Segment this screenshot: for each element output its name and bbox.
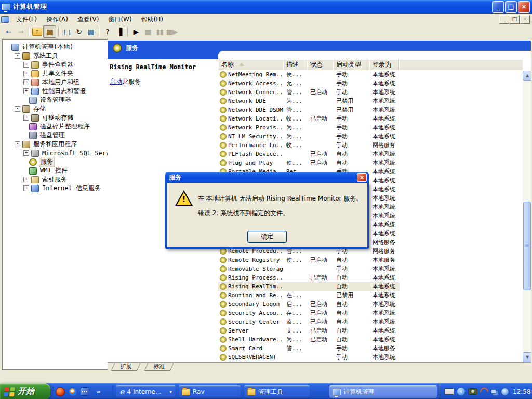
taskband-handle[interactable]	[112, 386, 115, 397]
column-header-0[interactable]: 名称	[218, 59, 283, 70]
menu-item-4[interactable]: 帮助(H)	[137, 14, 168, 25]
tree-item[interactable]: + Internet 信息服务	[3, 184, 108, 193]
taskbar-button[interactable]: e4 Interne...▾	[116, 385, 175, 398]
service-row[interactable]: PLFlash Device... 已启动 自动 本地系统	[218, 150, 523, 158]
group-dropdown-icon[interactable]: ▾	[169, 389, 172, 394]
menu-item-0[interactable]: 文件(F)	[11, 14, 42, 25]
service-row[interactable]: Remote Registry 使... 已启动 自动 本地服务	[218, 256, 523, 264]
start-service-link[interactable]: 启动	[110, 78, 122, 85]
column-header-4[interactable]: 登录为	[369, 59, 399, 70]
dialog-close-button[interactable]: ×	[357, 173, 367, 182]
dialog-title-bar[interactable]: 服务 ×	[165, 172, 369, 183]
taskbar-button[interactable]: 计算机管理	[329, 385, 437, 398]
refresh-icon[interactable]: ↻	[73, 26, 85, 37]
back-icon[interactable]: ←	[3, 26, 15, 37]
service-row[interactable]: Secondary Logon 启... 已启动 自动 本地系统	[218, 300, 523, 309]
vertical-scrollbar[interactable]: ▲ ▼	[523, 71, 531, 362]
service-row[interactable]: Plug and Play 使... 已启动 自动 本地系统	[218, 158, 523, 167]
title-bar[interactable]: 计算机管理 _ □ ×	[0, 0, 532, 14]
tree-item[interactable]: 磁盘碎片整理程序	[3, 122, 108, 131]
scroll-down-button[interactable]: ▼	[523, 352, 531, 362]
service-row[interactable]: Rising RealTim... 自动 本地系统	[218, 282, 523, 291]
service-row[interactable]: Rising Process... 已启动 自动 本地系统	[218, 273, 523, 282]
collapse-icon[interactable]: -	[15, 106, 20, 112]
child-window-icon[interactable]	[1, 16, 9, 23]
expand-icon[interactable]: +	[23, 150, 29, 156]
service-row[interactable]: NetMeeting Rem... 使... 手动 本地系统	[218, 70, 523, 79]
scrollbar-thumb[interactable]	[523, 202, 531, 290]
service-row[interactable]: Shell Hardware... 为... 已启动 自动 本地系统	[218, 335, 523, 344]
service-row[interactable]: Network DDE 为... 已禁用 本地系统	[218, 97, 523, 105]
menu-item-2[interactable]: 查看(V)	[73, 14, 104, 25]
camera-icon[interactable]	[468, 388, 477, 395]
service-row[interactable]: Network Connec... 管... 已启动 手动 本地系统	[218, 88, 523, 97]
help-icon[interactable]: ?	[101, 26, 113, 37]
service-row[interactable]: NT LM Security... 为... 手动 本地系统	[218, 132, 523, 141]
service-row[interactable]: Network Access... 允... 手动 本地系统	[218, 79, 523, 88]
show-hide-tree-icon[interactable]: ▥	[43, 25, 56, 38]
column-header-2[interactable]: 状态	[307, 59, 333, 70]
quick-launch-chevron[interactable]: »	[94, 387, 103, 396]
tree-item[interactable]: + 可移动存储	[3, 113, 108, 122]
export-list-icon[interactable]: ▦	[85, 26, 97, 37]
tree-item[interactable]: 服务	[3, 157, 108, 166]
menu-item-1[interactable]: 操作(A)	[42, 14, 73, 25]
tree-item[interactable]: WMI 控件	[3, 166, 108, 175]
service-row[interactable]: Routing and Re... 在... 已禁用 本地系统	[218, 291, 523, 300]
menu-item-3[interactable]: 窗口(W)	[103, 14, 136, 25]
tab-extended[interactable]: 扩展	[111, 363, 141, 371]
service-row[interactable]: Network Locati... 收... 已启动 手动 本地系统	[218, 114, 523, 123]
keyboard-icon[interactable]	[444, 388, 454, 395]
service-row[interactable]: Smart Card 管... 手动 本地服务	[218, 344, 523, 353]
expand-icon[interactable]: +	[23, 177, 29, 182]
antivirus-swoosh-icon[interactable]	[478, 385, 490, 397]
expand-icon[interactable]: +	[23, 79, 29, 85]
service-row[interactable]: Removable Storage 手动 本地系统	[218, 264, 523, 273]
service-row[interactable]: Security Accou... 存... 已启动 自动 本地系统	[218, 309, 523, 317]
minimize-button[interactable]: _	[492, 1, 504, 13]
tree-item[interactable]: + 本地用户和组	[3, 78, 108, 87]
tree-item[interactable]: 设备管理器	[3, 96, 108, 104]
show-window-icon[interactable]: ▐	[113, 26, 125, 37]
scroll-up-button[interactable]: ▲	[523, 71, 531, 81]
tree-item[interactable]: + 性能日志和警报	[3, 87, 108, 96]
close-button[interactable]: ×	[518, 1, 530, 13]
expand-icon[interactable]: +	[23, 115, 29, 121]
start-service-icon[interactable]: ▶	[130, 26, 142, 37]
media-player-icon[interactable]	[68, 387, 77, 396]
tree-item[interactable]: + 索引服务	[3, 175, 108, 184]
up-one-level-icon[interactable]: ↑	[31, 26, 43, 37]
child-restore-button[interactable]: □	[510, 15, 520, 24]
expand-icon[interactable]: +	[23, 88, 29, 94]
service-row[interactable]: Network DDE DSDM 管... 已禁用 本地系统	[218, 105, 523, 114]
properties-icon[interactable]: ▤	[61, 26, 73, 37]
tree-item[interactable]: 计算机管理(本地)	[3, 43, 108, 51]
movie-maker-icon[interactable]	[80, 387, 90, 396]
expand-icon[interactable]: +	[23, 185, 29, 191]
tree-item[interactable]: - 存储	[3, 104, 108, 113]
taskbar-button[interactable]: 管理工具	[244, 385, 310, 398]
tab-standard[interactable]: 标准	[144, 363, 174, 371]
service-row[interactable]: Server 支... 已启动 自动 本地系统	[218, 326, 523, 335]
network-icon[interactable]	[491, 389, 496, 394]
restore-button[interactable]: □	[505, 1, 517, 13]
collapse-icon[interactable]: -	[15, 141, 20, 147]
tree-item[interactable]: + Microsoft SQL Servers	[3, 149, 108, 157]
start-button[interactable]: 开始	[0, 383, 50, 399]
hide-icons-chevron[interactable]: ‹	[457, 387, 466, 396]
column-header-3[interactable]: 启动类型	[333, 59, 369, 70]
taskbar-button[interactable]: Rav	[179, 385, 241, 398]
expand-icon[interactable]: +	[23, 62, 29, 68]
rising-antivirus-icon[interactable]	[55, 387, 65, 396]
column-header-1[interactable]: 描述	[283, 59, 307, 70]
ok-button[interactable]: 确定	[247, 231, 287, 243]
tree-item[interactable]: + 共享文件夹	[3, 69, 108, 78]
service-row[interactable]: Network Provis... 为... 手动 本地系统	[218, 123, 523, 132]
tree-item[interactable]: - 服务和应用程序	[3, 140, 108, 149]
tree-item[interactable]: 磁盘管理	[3, 131, 108, 140]
expand-icon[interactable]: +	[23, 71, 29, 76]
collapse-icon[interactable]: -	[15, 53, 20, 59]
tree-item[interactable]: + 事件查看器	[3, 60, 108, 69]
clock-icon[interactable]	[501, 388, 509, 396]
service-row[interactable]: Security Center 监... 已启动 自动 本地系统	[218, 317, 523, 326]
